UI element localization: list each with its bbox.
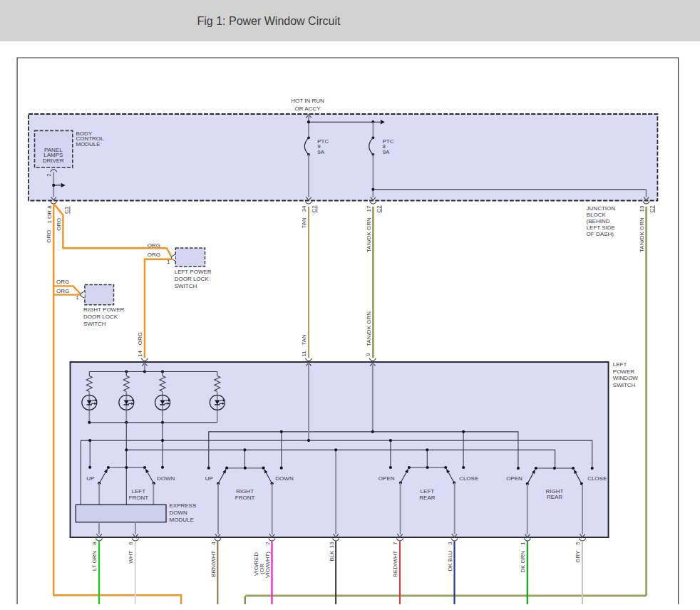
svg-text:DOWN: DOWN	[157, 475, 175, 482]
svg-text:1: 1	[520, 542, 526, 545]
svg-text:C1: C1	[64, 206, 71, 214]
svg-text:C2: C2	[311, 205, 317, 213]
svg-text:LEFTPOWERWINDOWSWITCH: LEFTPOWERWINDOWSWITCH	[613, 361, 639, 388]
svg-text:6: 6	[128, 542, 134, 545]
svg-text:ORG: ORG	[56, 279, 69, 285]
svg-text:DOWN: DOWN	[275, 475, 294, 482]
svg-text:ORG: ORG	[56, 288, 69, 294]
svg-text:CLOSE: CLOSE	[587, 475, 607, 482]
svg-text:OPEN: OPEN	[379, 475, 395, 482]
svg-text:JUNCTIONBLOCK(BEHINDLEFT SIDEO: JUNCTIONBLOCK(BEHINDLEFT SIDEOF DASH)	[587, 205, 616, 237]
svg-text:LEFTFRONT: LEFTFRONT	[129, 488, 149, 501]
svg-text:7: 7	[393, 542, 399, 545]
svg-text:HOT IN RUNOR ACCY: HOT IN RUNOR ACCY	[291, 98, 324, 111]
svg-text:3: 3	[447, 542, 453, 545]
svg-text:2: 2	[46, 173, 52, 177]
svg-text:DK BLU: DK BLU	[447, 550, 453, 571]
svg-text:1: 1	[76, 294, 79, 301]
svg-text:2: 2	[264, 542, 271, 545]
svg-text:RED/WHT: RED/WHT	[393, 550, 399, 577]
svg-text:11: 11	[301, 351, 307, 357]
svg-text:RIGHT POWERDOOR LOCKSWITCH: RIGHT POWERDOOR LOCKSWITCH	[83, 306, 124, 327]
svg-text:ORG: ORG	[148, 252, 160, 258]
svg-text:RIGHTFRONT: RIGHTFRONT	[235, 488, 255, 501]
svg-text:ORG: ORG	[137, 332, 143, 345]
svg-text:1 OR 8: 1 OR 8	[46, 205, 53, 224]
svg-text:CLOSE: CLOSE	[459, 475, 478, 482]
svg-text:LEFTREAR: LEFTREAR	[419, 488, 435, 501]
svg-text:GRY: GRY	[575, 550, 582, 563]
svg-text:1: 1	[167, 259, 170, 265]
svg-text:UP: UP	[86, 475, 94, 482]
svg-text:DK GRN: DK GRN	[520, 550, 526, 572]
svg-text:8: 8	[92, 542, 98, 545]
svg-text:ORG: ORG	[148, 242, 160, 249]
svg-text:4: 4	[210, 542, 217, 545]
svg-text:BRN/WHT: BRN/WHT	[210, 550, 217, 577]
svg-text:TAN/DK GRN: TAN/DK GRN	[639, 217, 645, 252]
svg-text:UP: UP	[205, 475, 213, 482]
svg-text:TAN: TAN	[302, 217, 308, 229]
svg-text:34: 34	[301, 205, 307, 212]
svg-text:OPEN: OPEN	[506, 475, 523, 482]
svg-text:13: 13	[639, 205, 645, 212]
svg-text:LT GRN: LT GRN	[92, 550, 98, 571]
svg-text:ORG: ORG	[56, 218, 62, 231]
svg-text:LEFT POWERDOOR LOCKSWITCH: LEFT POWERDOOR LOCKSWITCH	[175, 269, 212, 289]
svg-text:14: 14	[137, 350, 143, 356]
svg-text:TAN: TAN	[302, 334, 308, 346]
svg-text:TAN/DK GRN: TAN/DK GRN	[366, 311, 372, 346]
svg-text:RIGHTREAR: RIGHTREAR	[546, 488, 564, 501]
svg-text:9: 9	[365, 353, 371, 356]
svg-text:TAN/DK GRN: TAN/DK GRN	[366, 217, 372, 252]
svg-text:WHT: WHT	[128, 550, 134, 563]
svg-text:VIO/WHT): VIO/WHT)	[264, 552, 271, 578]
svg-text:13: 13	[329, 542, 335, 548]
svg-text:PANELLAMPSDRIVER: PANELLAMPSDRIVER	[43, 147, 64, 164]
svg-text:C2: C2	[376, 205, 382, 213]
svg-text:BLK: BLK	[329, 550, 335, 562]
svg-text:17: 17	[366, 205, 372, 212]
svg-text:ORG: ORG	[46, 230, 52, 243]
svg-text:5: 5	[575, 542, 582, 545]
svg-text:C2: C2	[649, 205, 655, 213]
